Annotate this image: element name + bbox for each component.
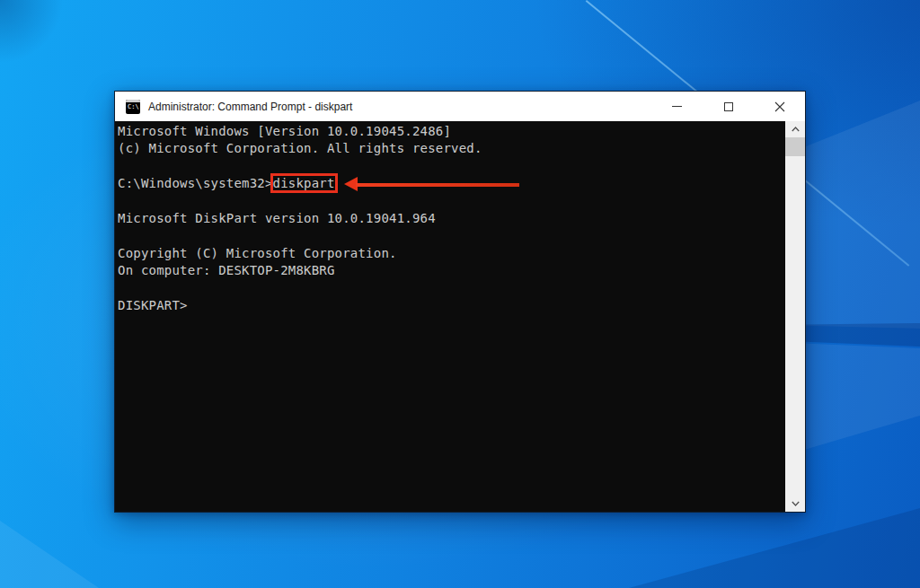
terminal-blank-line bbox=[118, 228, 785, 245]
terminal-line-copyright: Copyright (C) Microsoft Corporation. bbox=[118, 246, 785, 263]
terminal-line-windows-version: Microsoft Windows [Version 10.0.19045.24… bbox=[118, 124, 785, 141]
prompt-path: C:\Windows\system32> bbox=[118, 176, 273, 190]
command-prompt-window: C:\ Administrator: Command Prompt - disk… bbox=[114, 91, 806, 513]
console-viewport[interactable]: Microsoft Windows [Version 10.0.19045.24… bbox=[115, 121, 805, 512]
close-button[interactable] bbox=[754, 92, 805, 121]
terminal-diskpart-prompt: DISKPART> bbox=[118, 298, 785, 315]
terminal-blank-line bbox=[118, 159, 785, 176]
scroll-up-button[interactable] bbox=[785, 121, 805, 137]
cmd-icon: C:\ bbox=[126, 100, 140, 114]
terminal-line-computer: On computer: DESKTOP-2M8KBRG bbox=[118, 263, 785, 280]
window-controls bbox=[651, 92, 805, 121]
vertical-scrollbar[interactable] bbox=[785, 121, 805, 512]
window-title: Administrator: Command Prompt - diskpart bbox=[148, 101, 352, 113]
minimize-icon bbox=[672, 106, 682, 107]
scrollbar-thumb[interactable] bbox=[785, 137, 805, 156]
desktop: C:\ Administrator: Command Prompt - disk… bbox=[0, 0, 920, 588]
maximize-icon bbox=[724, 102, 733, 111]
terminal-prompt-line: C:\Windows\system32>diskpart bbox=[118, 176, 785, 193]
highlighted-command: diskpart bbox=[273, 176, 335, 190]
scroll-down-button[interactable] bbox=[785, 496, 805, 512]
chevron-up-icon bbox=[792, 127, 800, 132]
terminal-blank-line bbox=[118, 281, 785, 298]
close-icon bbox=[774, 101, 785, 112]
chevron-down-icon bbox=[792, 501, 800, 506]
maximize-button[interactable] bbox=[703, 92, 754, 121]
cmd-icon-label: C:\ bbox=[128, 103, 139, 110]
window-titlebar[interactable]: C:\ Administrator: Command Prompt - disk… bbox=[115, 92, 805, 121]
terminal-line-diskpart-version: Microsoft DiskPart version 10.0.19041.96… bbox=[118, 211, 785, 228]
terminal-line-rights: (c) Microsoft Corporation. All rights re… bbox=[118, 141, 785, 158]
terminal-blank-line bbox=[118, 194, 785, 211]
minimize-button[interactable] bbox=[651, 92, 703, 121]
terminal-output: Microsoft Windows [Version 10.0.19045.24… bbox=[115, 121, 785, 315]
